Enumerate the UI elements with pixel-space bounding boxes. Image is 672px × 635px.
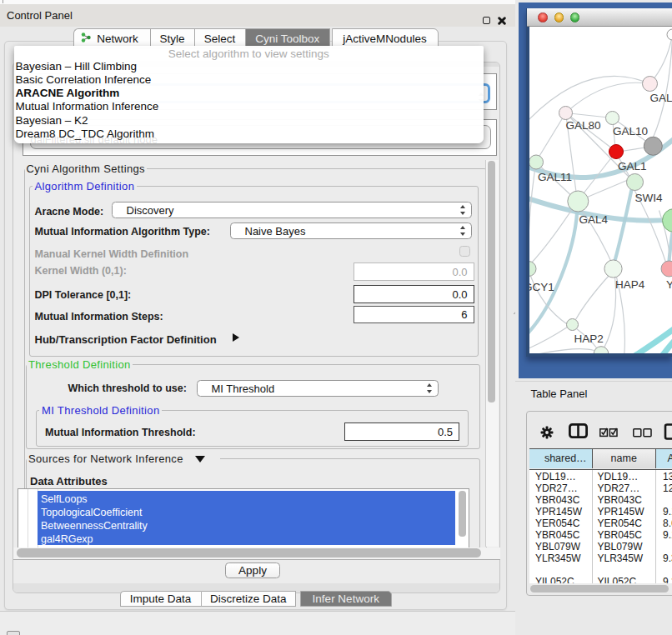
svg-text:GCY1: GCY1 (529, 280, 554, 292)
svg-text:GAL10: GAL10 (613, 125, 648, 138)
svg-text:SWI4: SWI4 (634, 192, 662, 204)
svg-text:HAP4: HAP4 (615, 278, 645, 290)
svg-text:GAL80: GAL80 (565, 119, 600, 132)
svg-text:YM: YM (666, 278, 672, 290)
svg-text:GAL1: GAL1 (618, 159, 647, 172)
svg-text:GAL4: GAL4 (579, 213, 608, 226)
svg-text:GAL2: GAL2 (649, 91, 672, 103)
svg-text:GAL11: GAL11 (538, 171, 572, 183)
svg-text:HAP2: HAP2 (574, 332, 603, 344)
